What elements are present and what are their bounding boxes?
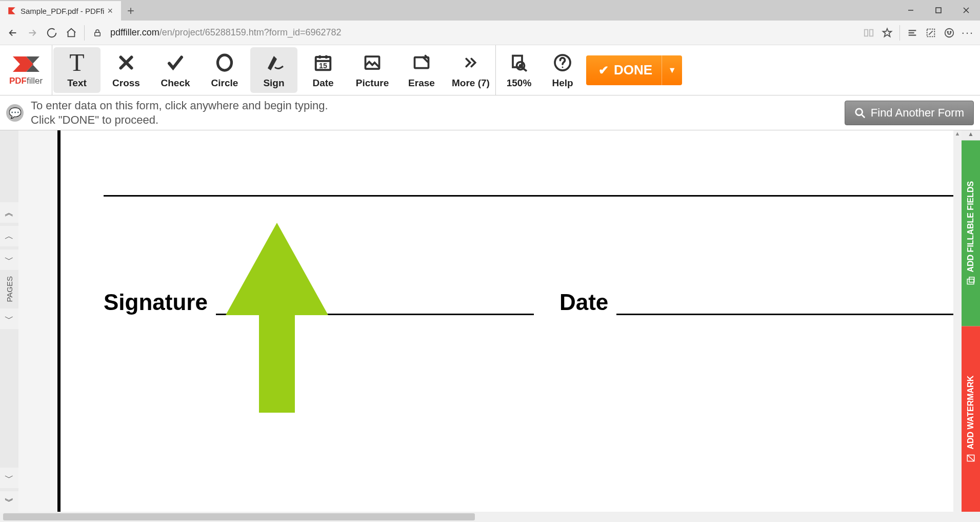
- vertical-scrollbar[interactable]: ▲: [953, 130, 962, 512]
- tab-title: Sample_PDF.pdf - PDFfi: [21, 7, 104, 15]
- help-icon: [553, 52, 572, 73]
- brand-text: PDFfiller: [9, 76, 43, 86]
- lock-icon: [88, 23, 107, 43]
- notes-icon[interactable]: [922, 24, 940, 42]
- pdffiller-logo-icon: [12, 54, 41, 74]
- tool-cross-label: Cross: [112, 78, 140, 89]
- back-button[interactable]: [3, 23, 23, 43]
- tool-erase[interactable]: Erase: [397, 45, 446, 95]
- fillable-label: ADD FILLABLE FIELDS: [966, 181, 975, 273]
- svg-point-9: [945, 28, 954, 37]
- watermark-label: ADD WATERMARK: [966, 375, 975, 449]
- tool-sign[interactable]: Sign: [250, 47, 297, 93]
- url-display[interactable]: pdffiller.com/en/project/65288159.htm?fo…: [110, 27, 341, 38]
- tool-more[interactable]: More (7): [446, 45, 495, 95]
- signature-row: Signature Date: [104, 289, 975, 315]
- hint-text: To enter data on this form, click anywhe…: [31, 99, 328, 127]
- date-line[interactable]: [616, 314, 975, 315]
- document-area: ︽ ︿ ﹀ PAGES ﹀ ﹀ ︾ Signature Date: [0, 130, 980, 512]
- rail-expand2-icon[interactable]: ﹀: [0, 308, 18, 329]
- close-tab-icon[interactable]: ×: [104, 6, 116, 16]
- tool-cross[interactable]: Cross: [102, 45, 151, 95]
- text-icon: T: [69, 52, 84, 73]
- url-host: pdffiller.com: [110, 27, 159, 37]
- find-form-label: Find Another Form: [871, 106, 964, 120]
- rail-up-icon[interactable]: ︿: [0, 226, 18, 246]
- find-another-form-button[interactable]: Find Another Form: [845, 101, 974, 125]
- help-label: Help: [552, 78, 573, 89]
- hub-icon[interactable]: [903, 24, 922, 42]
- tab-strip: Sample_PDF.pdf - PDFfi × +: [0, 0, 980, 21]
- check-icon: [165, 52, 186, 73]
- share-icon[interactable]: [940, 24, 958, 42]
- horizontal-rule: [104, 195, 975, 197]
- signature-line[interactable]: [216, 314, 534, 315]
- picture-icon: [362, 52, 383, 73]
- horizontal-scrollbar[interactable]: [0, 512, 980, 522]
- svg-rect-4: [95, 32, 101, 36]
- minimize-button[interactable]: [897, 0, 925, 21]
- add-fillable-fields-button[interactable]: ADD FILLABLE FIELDS: [962, 141, 980, 326]
- help-button[interactable]: Help: [542, 45, 583, 95]
- rail-expand-icon[interactable]: ﹀: [0, 249, 18, 270]
- add-watermark-button[interactable]: ADD WATERMARK: [962, 326, 980, 512]
- forward-button[interactable]: [23, 23, 42, 43]
- svg-rect-21: [415, 57, 429, 68]
- svg-line-24: [524, 69, 527, 71]
- date-icon: 15: [313, 52, 333, 73]
- home-button[interactable]: [62, 23, 81, 43]
- app-toolbar: PDFfiller T Text Cross Check Circle Sign…: [0, 45, 980, 95]
- tool-check[interactable]: Check: [151, 45, 200, 95]
- rail-collapse-top-icon[interactable]: ︽: [0, 202, 18, 223]
- scroll-up-icon[interactable]: ▲: [962, 130, 980, 141]
- hint-bar: 💬 To enter data on this form, click anyw…: [0, 95, 980, 130]
- pages-rail: ︽ ︿ ﹀ PAGES ﹀ ﹀ ︾: [0, 130, 18, 512]
- tool-check-label: Check: [161, 78, 190, 89]
- hint-icon: 💬: [6, 104, 24, 122]
- tool-more-label: More (7): [452, 78, 490, 89]
- rail-down-icon[interactable]: ﹀: [0, 468, 18, 488]
- done-dropdown-icon[interactable]: ▼: [662, 55, 682, 85]
- more-chevrons-icon: [461, 52, 481, 73]
- erase-icon: [411, 52, 432, 73]
- pdffiller-favicon-icon: [7, 6, 16, 15]
- tool-date[interactable]: 15 Date: [298, 45, 348, 95]
- zoom-icon: [510, 52, 528, 73]
- new-tab-button[interactable]: +: [121, 1, 141, 21]
- rail-collapse-bottom-icon[interactable]: ︾: [0, 491, 18, 512]
- app-logo[interactable]: PDFfiller: [0, 45, 52, 95]
- reading-view-icon[interactable]: [859, 24, 878, 42]
- tool-sign-label: Sign: [263, 78, 284, 89]
- pages-label: PAGES: [5, 276, 14, 302]
- favorite-icon[interactable]: [878, 24, 896, 42]
- separator: [84, 25, 85, 41]
- pdf-page[interactable]: Signature Date: [57, 130, 975, 512]
- separator: [899, 25, 900, 41]
- svg-point-11: [950, 31, 951, 32]
- scrollbar-thumb[interactable]: [3, 513, 475, 520]
- zoom-control[interactable]: 150%: [496, 45, 542, 95]
- tool-picture[interactable]: Picture: [348, 45, 397, 95]
- window-controls: [897, 0, 980, 21]
- tool-circle-label: Circle: [211, 78, 238, 89]
- tool-text[interactable]: T Text: [53, 47, 101, 93]
- tool-date-label: Date: [312, 78, 333, 89]
- svg-rect-31: [967, 279, 974, 284]
- zoom-label: 150%: [507, 78, 532, 89]
- done-button[interactable]: ✔ DONE ▼: [586, 55, 682, 85]
- svg-point-10: [947, 31, 948, 32]
- date-label: Date: [559, 289, 608, 315]
- browser-tab[interactable]: Sample_PDF.pdf - PDFfi ×: [0, 1, 121, 21]
- svg-line-34: [967, 455, 974, 461]
- search-icon: [854, 107, 866, 119]
- more-icon[interactable]: ···: [958, 24, 977, 42]
- tool-circle[interactable]: Circle: [200, 45, 249, 95]
- checkmark-icon: ✔: [598, 63, 609, 78]
- svg-point-14: [218, 55, 232, 70]
- hint-line-2: Click "DONE" to proceed.: [31, 113, 328, 127]
- refresh-button[interactable]: [42, 23, 62, 43]
- maximize-button[interactable]: [925, 0, 952, 21]
- close-window-button[interactable]: [952, 0, 980, 21]
- svg-text:15: 15: [319, 62, 327, 70]
- cross-icon: [117, 52, 135, 73]
